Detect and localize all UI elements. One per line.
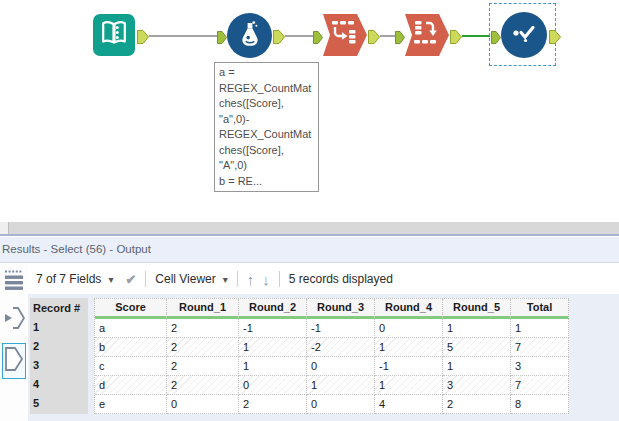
tool-annotation[interactable]: a = REGEX_CountMat ches([Score], "a",0)-… <box>214 62 319 192</box>
table-cell[interactable]: 2 <box>167 338 239 357</box>
table-cell[interactable]: c <box>95 357 167 376</box>
chevron-down-icon: ▾ <box>108 274 113 285</box>
connection-line <box>285 35 313 37</box>
connection-line <box>380 35 395 37</box>
table-cell[interactable]: b <box>95 338 167 357</box>
table-cell[interactable]: 2 <box>167 357 239 376</box>
arrow-down-icon[interactable]: ↓ <box>262 271 270 288</box>
table-cell[interactable]: 1 <box>239 338 307 357</box>
scrollbar-thumb[interactable] <box>0 222 9 234</box>
output-anchor-view-button[interactable] <box>2 343 26 379</box>
toolbar-divider <box>145 271 146 287</box>
output-anchor[interactable] <box>549 30 561 48</box>
results-grid-area: Record # 1 2 3 4 5 Score Round_1 Round_2… <box>28 294 619 421</box>
tool-text-input[interactable] <box>93 14 135 56</box>
column-header[interactable]: Round_3 <box>307 299 375 319</box>
results-table: Score Round_1 Round_2 Round_3 Round_4 Ro… <box>94 298 569 414</box>
table-cell[interactable]: 0 <box>307 395 375 414</box>
table-cell[interactable]: 1 <box>239 357 307 376</box>
record-header[interactable]: Record # <box>30 298 88 318</box>
table-cell[interactable]: -1 <box>375 357 443 376</box>
table-cell[interactable]: 4 <box>375 395 443 414</box>
table-cell[interactable]: 5 <box>443 338 511 357</box>
record-number[interactable]: 5 <box>30 394 88 413</box>
connection-line-selected <box>462 35 490 37</box>
results-icon-strip <box>0 264 28 421</box>
table-cell[interactable]: 1 <box>443 319 511 338</box>
record-number[interactable]: 4 <box>30 375 88 394</box>
input-anchor[interactable] <box>395 30 405 48</box>
table-cell[interactable]: 0 <box>375 319 443 338</box>
cell-viewer-dropdown[interactable]: Cell Viewer ▾ <box>155 272 228 286</box>
table-cell[interactable]: -1 <box>307 319 375 338</box>
input-anchor[interactable] <box>491 30 501 48</box>
fields-dropdown-label: 7 of 7 Fields <box>36 272 101 286</box>
select-check-icon <box>508 17 540 53</box>
fields-dropdown[interactable]: 7 of 7 Fields ▾ <box>36 272 113 286</box>
cell-viewer-label: Cell Viewer <box>155 272 215 286</box>
table-cell[interactable]: 1 <box>307 376 375 395</box>
table-cell[interactable]: -2 <box>307 338 375 357</box>
table-cell[interactable]: 1 <box>511 319 569 338</box>
results-panel: 7 of 7 Fields ▾ ✔ Cell Viewer ▾ ↑ ↓ 5 re… <box>0 264 619 421</box>
table-cell[interactable]: 8 <box>511 395 569 414</box>
table-cell[interactable]: 1 <box>443 357 511 376</box>
column-header[interactable]: Round_4 <box>375 299 443 319</box>
record-number[interactable]: 2 <box>30 337 88 356</box>
table-cell[interactable]: 7 <box>511 338 569 357</box>
canvas-scrollbar[interactable] <box>0 222 619 234</box>
table-cell[interactable]: 1 <box>375 376 443 395</box>
results-toolbar: 7 of 7 Fields ▾ ✔ Cell Viewer ▾ ↑ ↓ 5 re… <box>28 264 619 294</box>
tool-select[interactable] <box>501 12 547 58</box>
input-anchor[interactable] <box>217 30 227 48</box>
column-header[interactable]: Round_2 <box>239 299 307 319</box>
results-panel-title: Results - Select (56) - Output <box>0 237 619 263</box>
input-anchor[interactable] <box>313 30 323 48</box>
table-cell[interactable]: a <box>95 319 167 338</box>
output-anchor[interactable] <box>273 30 285 48</box>
table-cell[interactable]: 0 <box>167 395 239 414</box>
tool-formula[interactable] <box>227 13 272 58</box>
table-cell[interactable]: 2 <box>239 395 307 414</box>
messages-icon <box>4 269 24 297</box>
table-cell[interactable]: 0 <box>307 357 375 376</box>
toolbar-divider <box>279 271 280 287</box>
column-header[interactable]: Round_5 <box>443 299 511 319</box>
workflow-messages-button[interactable] <box>4 269 24 297</box>
workflow-canvas[interactable]: a = REGEX_CountMat ches([Score], "a",0)-… <box>0 0 619 222</box>
book-icon <box>100 19 128 51</box>
beaker-icon <box>235 19 265 53</box>
table-cell[interactable]: 3 <box>443 376 511 395</box>
input-anchor-icon <box>3 304 25 336</box>
record-number-column: Record # 1 2 3 4 5 <box>30 298 88 414</box>
column-header[interactable]: Total <box>511 299 569 319</box>
table-cell[interactable]: 2 <box>167 319 239 338</box>
tool-transpose[interactable] <box>323 14 367 56</box>
table-cell[interactable]: -1 <box>239 319 307 338</box>
tool-crosstab[interactable] <box>405 14 449 56</box>
records-displayed-label: 5 records displayed <box>289 272 393 286</box>
table-cell[interactable]: d <box>95 376 167 395</box>
table-cell[interactable]: 0 <box>239 376 307 395</box>
arrow-up-icon[interactable]: ↑ <box>247 271 255 288</box>
chevron-down-icon: ▾ <box>223 274 228 285</box>
output-anchor[interactable] <box>450 30 462 48</box>
table-cell[interactable]: 3 <box>511 357 569 376</box>
table-cell[interactable]: 1 <box>375 338 443 357</box>
record-number[interactable]: 1 <box>30 318 88 337</box>
output-anchor-icon <box>4 345 24 377</box>
output-anchor[interactable] <box>368 30 380 48</box>
input-anchor-view-button[interactable] <box>3 304 25 336</box>
apply-check-icon[interactable]: ✔ <box>125 272 136 287</box>
record-number[interactable]: 3 <box>30 356 88 375</box>
table-cell[interactable]: 2 <box>167 376 239 395</box>
column-header[interactable]: Round_1 <box>167 299 239 319</box>
table-cell[interactable]: 7 <box>511 376 569 395</box>
results-content: 7 of 7 Fields ▾ ✔ Cell Viewer ▾ ↑ ↓ 5 re… <box>28 264 619 421</box>
table-cell[interactable]: e <box>95 395 167 414</box>
alteryx-window: a = REGEX_CountMat ches([Score], "a",0)-… <box>0 0 619 421</box>
table-cell[interactable]: 2 <box>443 395 511 414</box>
column-header[interactable]: Score <box>95 299 167 319</box>
toolbar-divider <box>237 271 238 287</box>
output-anchor[interactable] <box>137 30 149 48</box>
